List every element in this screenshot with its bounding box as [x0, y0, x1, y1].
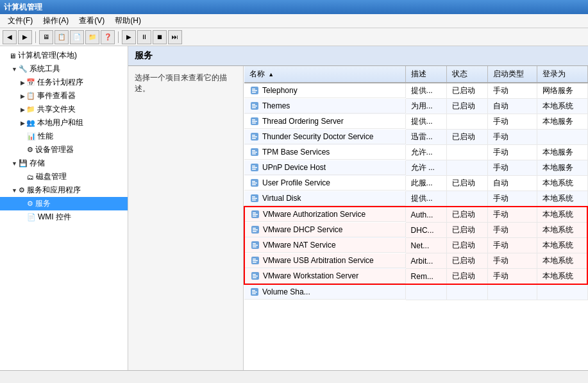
- service-startup-cell: 手动: [487, 191, 537, 207]
- service-icon: [249, 101, 260, 111]
- tree-item-svcapp[interactable]: ▼⚙服务和应用程序: [0, 183, 128, 197]
- service-name-cell: VMware DHCP Service: [245, 223, 406, 237]
- tree-item-services[interactable]: ⚙服务: [0, 197, 128, 210]
- expand-storage[interactable]: ▼: [12, 160, 17, 167]
- tree-label-services: 服务: [35, 198, 51, 209]
- menu-item-3[interactable]: 帮助(H): [110, 14, 146, 28]
- svg-rect-22: [252, 167, 257, 168]
- tree-icon-wmi: 📄: [27, 213, 36, 221]
- toolbar-btn4[interactable]: 📁: [85, 30, 99, 44]
- expand-shared[interactable]: ▶: [21, 106, 25, 113]
- table-row[interactable]: VMware NAT ServiceNet...已启动手动本地系统: [244, 238, 587, 253]
- expand-events[interactable]: ▶: [21, 93, 25, 99]
- service-desc-cell: DHC...: [406, 223, 447, 238]
- services-header: 服务: [128, 46, 588, 66]
- col-status[interactable]: 状态: [447, 66, 487, 83]
- toolbar-btn1[interactable]: 🖥: [39, 30, 53, 44]
- table-row[interactable]: Telephony提供...已启动手动网络服务: [244, 83, 587, 99]
- table-row[interactable]: VMware USB Arbitration ServiceArbit...已启…: [244, 253, 587, 269]
- tree-item-shared[interactable]: ▶📁共享文件夹: [0, 103, 128, 116]
- col-startup[interactable]: 启动类型: [487, 66, 537, 83]
- table-row[interactable]: User Profile Service此服...已启动自动本地系统: [244, 176, 587, 191]
- service-login-cell: 本地系统: [537, 99, 587, 114]
- menu-item-2[interactable]: 查看(V): [74, 14, 110, 28]
- service-status-cell: [447, 191, 487, 207]
- tree-item-root[interactable]: 🖥计算机管理(本地): [0, 49, 128, 62]
- svg-rect-18: [252, 151, 257, 153]
- tree-container: 🖥计算机管理(本地)▼🔧系统工具▶📅任务计划程序▶📋事件查看器▶📁共享文件夹▶👥…: [0, 49, 128, 224]
- toolbar-play[interactable]: ▶: [122, 30, 136, 44]
- toolbar-btn2[interactable]: 📋: [55, 30, 69, 44]
- table-row[interactable]: VMware Authorization ServiceAuth...已启动手动…: [244, 207, 587, 223]
- service-icon: [250, 240, 260, 250]
- svg-rect-49: [253, 274, 256, 275]
- toolbar-forward[interactable]: ▶: [18, 30, 32, 44]
- service-status-cell: 已启动: [447, 223, 487, 238]
- tree-item-perf[interactable]: 📊性能: [0, 130, 128, 143]
- col-desc[interactable]: 描述: [406, 66, 447, 83]
- col-login[interactable]: 登录为: [537, 66, 587, 83]
- service-desc-cell: 提供...: [406, 191, 447, 207]
- service-name: UPnP Device Host: [262, 163, 326, 172]
- tree-item-users[interactable]: ▶👥本地用户和组: [0, 116, 128, 130]
- description-prompt: 选择一个项目来查看它的描述。: [135, 73, 227, 93]
- table-row[interactable]: Thunder Security Doctor Service迅雷...已启动手…: [244, 130, 587, 145]
- service-name: Telephony: [262, 86, 298, 95]
- service-login-cell: 本地系统: [537, 176, 587, 191]
- menu-bar: 文件(F)操作(A)查看(V)帮助(H): [0, 14, 588, 28]
- svg-rect-5: [252, 104, 255, 105]
- service-name-cell: Virtual Disk: [244, 191, 406, 206]
- menu-item-1[interactable]: 操作(A): [38, 14, 74, 28]
- tree-item-devmgr[interactable]: ⚙设备管理器: [0, 143, 128, 157]
- tree-item-tools[interactable]: ▼🔧系统工具: [0, 62, 128, 76]
- svg-rect-34: [253, 214, 258, 216]
- svg-rect-21: [252, 166, 255, 167]
- toolbar-pause[interactable]: ⏸: [137, 30, 151, 44]
- service-name-cell: VMware USB Arbitration Service: [245, 253, 406, 268]
- service-startup-cell: 手动: [487, 130, 537, 145]
- service-name-cell: Volume Sha...: [244, 285, 406, 300]
- tree-item-storage[interactable]: ▼💾存储: [0, 157, 128, 170]
- svg-rect-14: [252, 136, 257, 137]
- expand-svcapp[interactable]: ▼: [12, 187, 17, 194]
- tree-icon-services: ⚙: [27, 200, 33, 208]
- expand-tools[interactable]: ▼: [12, 66, 17, 72]
- service-name-cell: VMware NAT Service: [245, 238, 406, 253]
- toolbar-stop[interactable]: ⏹: [153, 30, 167, 44]
- services-table-wrapper[interactable]: 名称 ▲ 描述 状态 启动类型 登录为 Telephony提供...已启动手动网…: [244, 66, 588, 370]
- toolbar-back[interactable]: ◀: [3, 30, 17, 44]
- service-name-cell: VMware Authorization Service: [245, 207, 406, 222]
- service-name: Thread Ordering Server: [262, 117, 344, 126]
- table-row[interactable]: Thread Ordering Server提供...手动本地服务: [244, 114, 587, 130]
- svg-rect-6: [252, 105, 257, 106]
- toolbar-btn3[interactable]: 📄: [70, 30, 84, 44]
- tree-label-shared: 共享文件夹: [37, 104, 76, 115]
- expand-tasks[interactable]: ▶: [21, 80, 25, 86]
- service-name: VMware USB Arbitration Service: [263, 256, 374, 265]
- service-desc-cell: 此服...: [406, 176, 447, 191]
- table-row[interactable]: UPnP Device Host允许 ...手动本地服务: [244, 160, 587, 176]
- expand-users[interactable]: ▶: [21, 120, 25, 126]
- tree-item-events[interactable]: ▶📋事件查看器: [0, 89, 128, 103]
- table-row[interactable]: Volume Sha...: [244, 284, 587, 300]
- tree-item-wmi[interactable]: 📄WMI 控件: [0, 210, 128, 224]
- service-status-cell: 已启动: [447, 99, 487, 114]
- service-icon: [250, 271, 260, 281]
- service-login-cell: 网络服务: [537, 83, 587, 99]
- toolbar-btn5[interactable]: ❓: [101, 30, 115, 44]
- table-row[interactable]: Virtual Disk提供...手动本地系统: [244, 191, 587, 207]
- svg-rect-17: [252, 150, 255, 151]
- col-name[interactable]: 名称 ▲: [244, 66, 406, 83]
- service-login-cell: 本地系统: [537, 223, 587, 238]
- description-panel: 选择一个项目来查看它的描述。: [128, 66, 244, 370]
- toolbar-next[interactable]: ⏭: [168, 30, 182, 44]
- svg-rect-53: [252, 290, 255, 291]
- tree-item-tasks[interactable]: ▶📅任务计划程序: [0, 76, 128, 89]
- table-row[interactable]: VMware DHCP ServiceDHC...已启动手动本地系统: [244, 223, 587, 238]
- tree-item-diskmgmt[interactable]: 🗂磁盘管理: [0, 170, 128, 183]
- table-row[interactable]: VMware Workstation ServerRem...已启动手动本地系统: [244, 269, 587, 285]
- table-row[interactable]: TPM Base Services允许...手动本地服务: [244, 145, 587, 160]
- svg-rect-39: [253, 231, 256, 232]
- table-row[interactable]: Themes为用...已启动自动本地系统: [244, 99, 587, 114]
- menu-item-0[interactable]: 文件(F): [3, 14, 38, 28]
